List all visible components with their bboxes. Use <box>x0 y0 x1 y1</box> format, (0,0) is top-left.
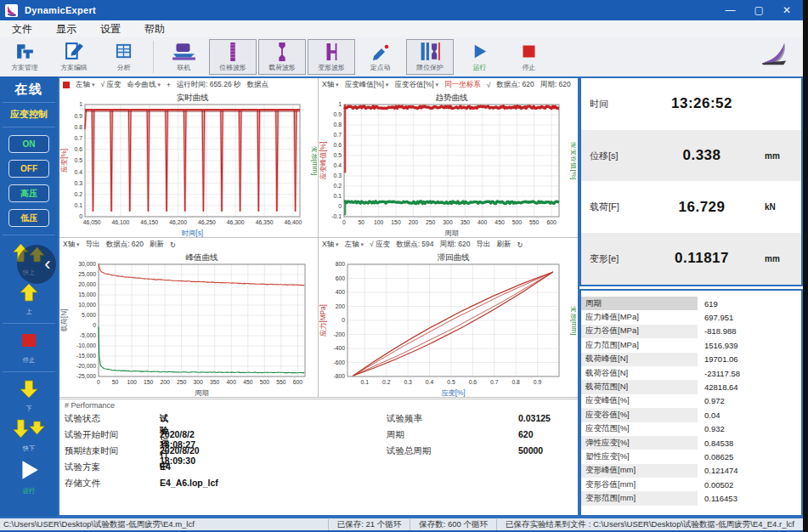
low-pressure-button[interactable]: 低压 <box>8 209 49 227</box>
analysis-button[interactable]: 分析 <box>99 39 147 75</box>
run-button[interactable]: 运行 <box>455 39 503 75</box>
svg-text:20,000: 20,000 <box>78 281 96 287</box>
chart-header-item[interactable]: 运行时间: 655.26 秒 <box>177 80 241 90</box>
svg-text:200: 200 <box>409 219 419 225</box>
readout-unit: mm <box>753 254 799 263</box>
dogbone-specimen-icon <box>273 40 291 63</box>
chart-header-item[interactable]: 命令曲线 <box>127 80 161 90</box>
displacement-wave-button[interactable]: 位移波形 <box>209 39 257 75</box>
toolbar-button-label: 位移波形 <box>219 63 246 72</box>
menu-item-file[interactable]: 文件 <box>0 20 44 37</box>
svg-text:应变[%]: 应变[%] <box>60 149 68 173</box>
chart-header-item[interactable]: 导出 <box>86 240 100 250</box>
menu-item-settings[interactable]: 设置 <box>88 20 133 37</box>
chart-header-item[interactable]: √ 应变 <box>100 80 121 90</box>
chart-header-item[interactable]: 周期: 620 <box>540 80 571 90</box>
svg-text:0.4: 0.4 <box>426 379 434 385</box>
chart-header-item[interactable]: ↻ <box>170 241 176 249</box>
limit-protect-button[interactable]: 限位保护 <box>406 39 454 75</box>
stat-label: 变形峰值[mm] <box>581 464 698 478</box>
chart-peak-panel: X轴导出数据点: 620刷新↻0501001502002503003504004… <box>59 238 319 398</box>
chart-header-item[interactable] <box>63 82 70 88</box>
jog-stop-button[interactable]: 停止 <box>19 331 39 365</box>
chart-header-item[interactable]: √ 应变 <box>370 240 390 250</box>
menu-item-help[interactable]: 帮助 <box>133 20 177 37</box>
chart-header-item[interactable]: 左轴 <box>76 80 94 90</box>
connect-button[interactable]: 联机 <box>160 39 207 75</box>
chart-header-item[interactable]: 刷新 <box>496 240 511 250</box>
chart-header-item[interactable]: 数据点: 594 <box>396 240 433 250</box>
svg-text:450: 450 <box>494 219 505 225</box>
chart-header-item[interactable]: 刷新 <box>150 240 164 250</box>
stop-square-icon <box>19 331 39 354</box>
off-button[interactable]: OFF <box>8 160 49 178</box>
stat-row: 应力谷值[MPa] -818.988 <box>581 325 801 338</box>
performance-value: 620 <box>518 429 534 439</box>
chart-header-item[interactable]: √ <box>487 81 491 89</box>
svg-text:250: 250 <box>177 379 187 385</box>
svg-text:150: 150 <box>144 379 154 385</box>
svg-text:450: 450 <box>243 379 253 385</box>
stat-label: 载荷范围[N] <box>581 380 698 393</box>
chart-realtime-header[interactable]: 左轴√ 应变命令曲线+运行时间: 655.26 秒数据点 <box>59 78 318 92</box>
status-file-path: C:\Users\USER\Desktop\试验数据-低周疲劳\E4.m_lcf <box>0 519 328 530</box>
stat-value: 42818.64 <box>698 382 738 392</box>
scheme-manage-button[interactable]: 方案管理 <box>1 39 48 75</box>
chart-header-item[interactable]: X轴 <box>63 240 80 250</box>
divider <box>3 371 55 372</box>
chart-header-item[interactable]: 同一坐标系 <box>444 80 481 90</box>
window-title: DynamicExpert <box>25 5 96 15</box>
chart-header-item[interactable]: 应变峰值[%] <box>345 80 389 90</box>
stat-row: 塑性应变[%] 0.08625 <box>581 450 801 463</box>
maximize-button[interactable]: ▢ <box>754 0 764 20</box>
stat-value: 0.04 <box>698 410 720 420</box>
svg-text:150: 150 <box>391 219 401 225</box>
close-button[interactable]: ✕ <box>783 0 791 20</box>
chart-header-item[interactable]: ↻ <box>517 241 523 249</box>
chart-hysteresis-header[interactable]: X轴左轴√ 应变数据点: 594周期: 620导出刷新↻ <box>319 238 578 252</box>
fast-down-button[interactable]: 快下 <box>11 418 47 453</box>
scheme-edit-button[interactable]: 方案编辑 <box>50 39 98 75</box>
performance-icon: # <box>65 401 69 410</box>
load-wave-button[interactable]: 载荷波形 <box>258 39 306 75</box>
chart-header-item[interactable]: X轴 <box>322 240 339 250</box>
chart-header-item[interactable]: 左轴 <box>345 240 364 250</box>
svg-text:46,050: 46,050 <box>83 219 101 225</box>
chart-trend-header[interactable]: X轴应变峰值[%]应变谷值[%]同一坐标系√数据点: 620周期: 620 <box>319 78 578 92</box>
svg-text:0: 0 <box>342 219 346 225</box>
up-button[interactable]: 上 <box>18 282 40 316</box>
minimize-button[interactable]: — <box>726 0 736 20</box>
chart-grid: 左轴√ 应变命令曲线+运行时间: 655.26 秒数据点46,05046,100… <box>59 78 578 398</box>
jog-point-button[interactable]: 定点动 <box>357 39 404 75</box>
performance-value: 50000 <box>518 445 543 456</box>
svg-text:0.3: 0.3 <box>404 379 412 385</box>
divider <box>3 127 55 127</box>
chart-header-item[interactable]: X轴 <box>322 80 339 90</box>
svg-text:0.5: 0.5 <box>334 152 342 158</box>
toolbar-button-label: 联机 <box>177 63 190 72</box>
chart-header-item[interactable]: + <box>167 81 171 89</box>
svg-text:200: 200 <box>160 379 170 385</box>
svg-text:0.7: 0.7 <box>75 135 83 141</box>
chart-header-item[interactable]: 数据点: 620 <box>496 80 534 90</box>
chart-header-item[interactable]: 周期: 620 <box>440 240 471 250</box>
jog-run-button[interactable]: 运行 <box>17 458 41 495</box>
control-mode-label: 应变控制 <box>10 108 48 121</box>
axial-specimen-icon <box>223 40 242 63</box>
svg-text:400: 400 <box>477 219 488 225</box>
strain-wave-button[interactable]: 变形波形 <box>308 39 355 75</box>
chart-header-item[interactable]: 导出 <box>476 240 490 250</box>
toolbar-button-label: 定点动 <box>370 63 390 72</box>
high-pressure-button[interactable]: 高压 <box>8 184 49 202</box>
toolbar-button-label: 方案编辑 <box>60 63 87 72</box>
menu-item-view[interactable]: 显示 <box>44 20 88 37</box>
on-button[interactable]: ON <box>8 135 49 153</box>
down-button[interactable]: 下 <box>18 379 40 413</box>
jog-label: 快下 <box>23 444 35 453</box>
stop-button[interactable]: 停止 <box>505 39 552 75</box>
chart-header-item[interactable]: 数据点 <box>247 80 269 90</box>
toolbar-button-label: 方案管理 <box>11 63 37 72</box>
chart-peak-header[interactable]: X轴导出数据点: 620刷新↻ <box>59 238 318 252</box>
chart-header-item[interactable]: 数据点: 620 <box>106 240 144 250</box>
chart-header-item[interactable]: 应变谷值[%] <box>394 80 438 90</box>
